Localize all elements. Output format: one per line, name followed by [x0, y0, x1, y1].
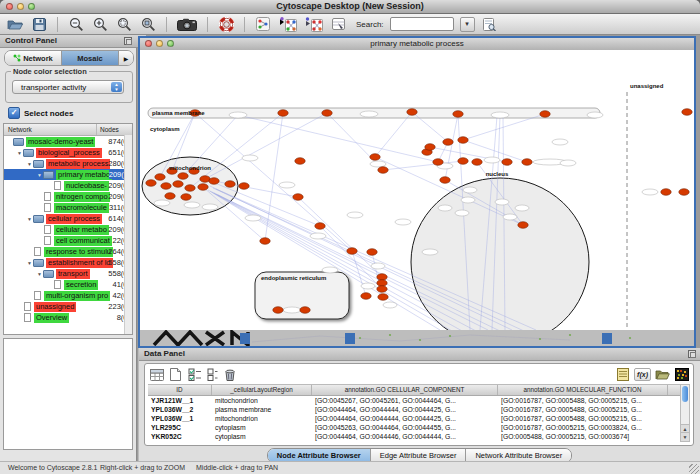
tree-row[interactable]: secretion41(0)	[4, 279, 132, 290]
network-node[interactable]	[458, 137, 468, 144]
tree-row[interactable]: Overview8(0)	[4, 312, 132, 323]
node-color-combobox[interactable]: transporter activity ▲▼	[12, 80, 124, 94]
column-header[interactable]: annotation.GO CELLULAR_COMPONENT	[312, 385, 498, 395]
search-dropdown-button[interactable]: ▾	[460, 17, 475, 32]
save-icon[interactable]	[30, 16, 48, 32]
network-node[interactable]	[433, 159, 443, 166]
attribute-editor-icon[interactable]	[330, 16, 348, 32]
tree-row[interactable]: response to stimulu264(0)	[4, 246, 132, 257]
tree-row[interactable]: nucleobase-209(0)	[4, 180, 132, 191]
tree-row[interactable]: cellular metabo209(0)	[4, 224, 132, 235]
network-node[interactable]	[347, 248, 357, 255]
network-node[interactable]	[518, 222, 528, 229]
network-node[interactable]	[370, 154, 380, 161]
network-node[interactable]	[378, 167, 388, 174]
network-node[interactable]	[540, 111, 550, 118]
network-node[interactable]	[522, 159, 532, 166]
network-node[interactable]	[377, 280, 387, 287]
tree-header-network[interactable]: Network	[4, 124, 97, 135]
tree-row[interactable]: ▼primary metabo209(...	[4, 169, 132, 180]
network-node[interactable]	[165, 193, 175, 200]
destroy-network-icon[interactable]	[304, 16, 324, 32]
network-node[interactable]	[173, 181, 183, 188]
tree-expand-arrow-icon[interactable]: ▼	[26, 260, 33, 266]
control-panel-float-icon[interactable]	[124, 37, 132, 45]
column-header[interactable]: annotation.GO MOLECULAR_FUNCTION	[498, 385, 668, 395]
tree-expand-arrow-icon[interactable]: ▼	[26, 216, 33, 222]
import-attributes-icon[interactable]	[655, 368, 670, 382]
tree-expand-arrow-icon[interactable]: ▼	[16, 150, 23, 156]
search-config-icon[interactable]	[481, 16, 499, 32]
network-node[interactable]	[198, 184, 208, 191]
network-node[interactable]	[443, 139, 453, 146]
network-node[interactable]	[293, 194, 303, 201]
network-canvas[interactable]: plasma membrane cytoplasm mitochondrion …	[140, 50, 694, 330]
unselect-attributes-icon[interactable]	[206, 368, 218, 382]
network-node[interactable]	[502, 159, 512, 166]
tree-row[interactable]: ▼establishment of lo558(0)	[4, 257, 132, 268]
network-node[interactable]	[239, 183, 249, 190]
network-node[interactable]	[181, 194, 191, 201]
network-node[interactable]	[440, 177, 450, 184]
network-node[interactable]	[453, 111, 463, 118]
zoom-in-icon[interactable]	[91, 16, 109, 32]
tree-row[interactable]: ▼cellular process614(0)	[4, 213, 132, 224]
open-folder-icon[interactable]	[6, 16, 24, 32]
table-row[interactable]: YKR052Ccytoplasm[GO:0044464, GO:0044446,…	[148, 432, 681, 441]
network-node[interactable]	[377, 274, 387, 281]
search-input[interactable]	[390, 17, 454, 31]
tree-row[interactable]: ▼transport558(0)	[4, 268, 132, 279]
network-node[interactable]	[661, 189, 671, 196]
network-node[interactable]	[407, 109, 417, 116]
column-header[interactable]: ID	[148, 385, 212, 395]
zoom-out-icon[interactable]	[67, 16, 85, 32]
network-node[interactable]	[161, 183, 171, 190]
network-node[interactable]	[185, 185, 195, 192]
network-node[interactable]	[273, 307, 283, 314]
network-node[interactable]	[361, 293, 371, 300]
tree-row[interactable]: ▼biological_process651(0)	[4, 147, 132, 158]
select-nodes-checkbox[interactable]: ✓	[8, 107, 20, 119]
table-row[interactable]: YDR039C__1mitochondrion[GO:0044464, GO:0…	[148, 441, 681, 442]
new-network-icon[interactable]	[254, 16, 272, 32]
tree-row[interactable]: ▼metabolic process280(0)	[4, 158, 132, 169]
snapshot-icon[interactable]	[176, 16, 198, 32]
zoom-fit-icon[interactable]	[115, 16, 133, 32]
table-scrollbar-thumb[interactable]	[682, 386, 688, 402]
tree-row[interactable]: unassigned223(0)	[4, 301, 132, 312]
formula-icon[interactable]: f(x)	[634, 368, 651, 381]
layout-network-icon[interactable]	[278, 16, 298, 32]
table-row[interactable]: YPL036W__2plasma membrane[GO:0044464, GO…	[148, 405, 681, 414]
network-node[interactable]	[378, 294, 388, 301]
table-row[interactable]: YLR295Ccytoplasm[GO:0045263, GO:0044464,…	[148, 423, 681, 432]
network-node[interactable]	[472, 159, 482, 166]
tree-row[interactable]: multi-organism pro42(0)	[4, 290, 132, 301]
network-node[interactable]	[155, 174, 165, 181]
table-row[interactable]: YPL036W__1mitochondrion[GO:0044464, GO:0…	[148, 414, 681, 423]
notes-icon[interactable]	[615, 368, 630, 382]
attribute-table-icon[interactable]	[149, 368, 164, 382]
tree-row[interactable]: macromolecule311(0)	[4, 202, 132, 213]
network-node[interactable]	[315, 223, 325, 230]
scroll-down-button[interactable]: ▼	[681, 432, 689, 441]
table-scrollbar[interactable]: ▲ ▼	[680, 384, 690, 442]
tab-network[interactable]: Network	[5, 51, 62, 65]
tree-expand-arrow-icon[interactable]: ▼	[26, 161, 33, 167]
network-node[interactable]	[682, 109, 692, 116]
tree-expand-arrow-icon[interactable]: ▼	[36, 271, 43, 277]
data-panel-float-icon[interactable]	[688, 350, 696, 358]
zoom-selected-icon[interactable]	[139, 16, 157, 32]
new-attribute-icon[interactable]	[168, 368, 183, 382]
select-attributes-icon[interactable]	[187, 368, 202, 382]
network-node[interactable]	[367, 249, 377, 256]
table-row[interactable]: YJR121W__1mitochondrion[GO:0045267, GO:0…	[148, 396, 681, 405]
network-node[interactable]	[295, 158, 305, 165]
tab-overflow-arrow[interactable]: ▶	[119, 51, 133, 65]
tree-expand-arrow-icon[interactable]: ▼	[36, 172, 43, 178]
tree-row[interactable]: mosaic-demo-yeast874(0)	[4, 136, 132, 147]
delete-attribute-icon[interactable]	[222, 368, 237, 382]
network-node[interactable]	[377, 286, 387, 293]
tree-row[interactable]: cell communicat22(0)	[4, 235, 132, 246]
network-node[interactable]	[209, 178, 219, 185]
network-node[interactable]	[300, 307, 310, 314]
